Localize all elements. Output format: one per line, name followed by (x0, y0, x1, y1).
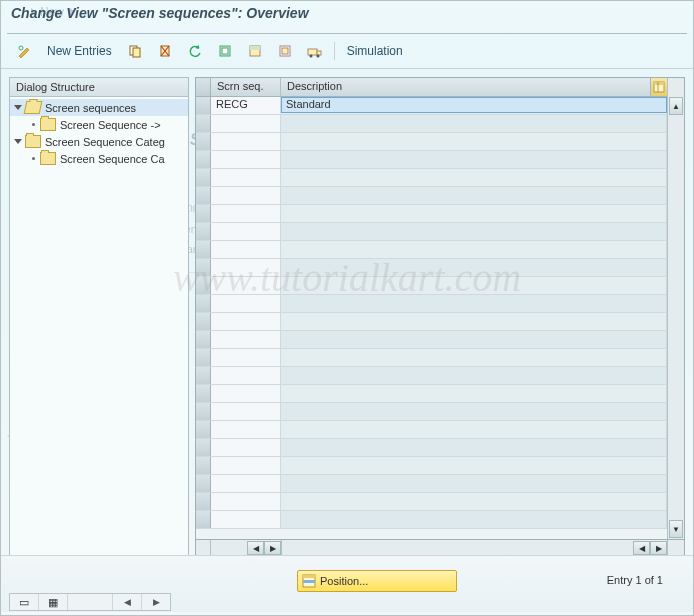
row-selector[interactable] (196, 187, 211, 204)
svg-rect-2 (133, 48, 140, 57)
row-selector[interactable] (196, 205, 211, 222)
table-row-empty[interactable] (196, 223, 667, 241)
deselect-all-icon (278, 44, 292, 58)
table-row-empty[interactable] (196, 493, 667, 511)
entry-count-text: Entry 1 of 1 (607, 574, 663, 586)
table-row-empty[interactable] (196, 439, 667, 457)
tree-node-label: Screen Sequence Categ (45, 136, 165, 148)
grid-panel: Scrn seq. Description RECG Standard (195, 77, 685, 557)
table-row-empty[interactable] (196, 511, 667, 529)
scroll-down-button[interactable]: ▼ (669, 520, 683, 538)
row-selector[interactable] (196, 169, 211, 186)
select-block-icon (248, 44, 262, 58)
row-selector[interactable] (196, 115, 211, 132)
row-selector[interactable] (196, 277, 211, 294)
select-block-button[interactable] (242, 40, 268, 62)
table-row-empty[interactable] (196, 241, 667, 259)
table-row-empty[interactable] (196, 187, 667, 205)
table-row-empty[interactable] (196, 205, 667, 223)
cell-scrn-seq[interactable]: RECG (211, 97, 281, 114)
grid-header-description[interactable]: Description (281, 78, 667, 96)
tree-node-screen-sequence-cat-child[interactable]: Screen Sequence Ca (10, 150, 188, 167)
toggle-display-change-button[interactable] (11, 40, 37, 62)
row-selector[interactable] (196, 385, 211, 402)
delete-button[interactable] (152, 40, 178, 62)
scroll-right-button[interactable]: ▶ (650, 541, 667, 555)
svg-point-13 (316, 55, 319, 58)
delete-icon (158, 44, 172, 58)
row-selector[interactable] (196, 331, 211, 348)
table-row-empty[interactable] (196, 349, 667, 367)
folder-closed-icon (25, 135, 41, 148)
row-selector[interactable] (196, 367, 211, 384)
scroll-col-left-button[interactable]: ◀ (247, 541, 264, 555)
table-row-empty[interactable] (196, 385, 667, 403)
transport-icon (307, 44, 323, 58)
grid-select-all-header[interactable] (196, 78, 211, 96)
table-row-empty[interactable] (196, 295, 667, 313)
table-row-empty[interactable] (196, 115, 667, 133)
view-tab-1[interactable]: ▭ (19, 596, 29, 609)
grid-header-scrn-seq[interactable]: Scrn seq. (211, 78, 281, 96)
table-settings-button[interactable] (650, 78, 667, 97)
select-all-button[interactable] (212, 40, 238, 62)
undo-icon (188, 44, 202, 58)
table-row-empty[interactable] (196, 133, 667, 151)
folder-closed-icon (40, 152, 56, 165)
scroll-left-button[interactable]: ◀ (633, 541, 650, 555)
next-button[interactable]: ▶ (153, 597, 160, 607)
view-tab-2[interactable]: ▦ (48, 596, 58, 609)
tree-node-screen-sequences[interactable]: Screen sequences (10, 99, 188, 116)
scroll-col-right-button[interactable]: ▶ (264, 541, 281, 555)
deselect-all-button[interactable] (272, 40, 298, 62)
tree-node-label: Screen sequences (45, 102, 136, 114)
row-selector[interactable] (196, 493, 211, 510)
cell-description[interactable]: Standard (281, 97, 667, 113)
new-entries-button[interactable]: New Entries (41, 44, 118, 58)
row-selector[interactable] (196, 151, 211, 168)
table-row-empty[interactable] (196, 151, 667, 169)
scroll-track[interactable] (668, 116, 684, 519)
row-selector[interactable] (196, 457, 211, 474)
table-row-empty[interactable] (196, 331, 667, 349)
tree-node-screen-sequence-arrow[interactable]: Screen Sequence -> (10, 116, 188, 133)
row-selector[interactable] (196, 403, 211, 420)
row-selector[interactable] (196, 97, 211, 114)
table-row-empty[interactable] (196, 475, 667, 493)
row-selector[interactable] (196, 475, 211, 492)
row-selector[interactable] (196, 295, 211, 312)
table-row-empty[interactable] (196, 169, 667, 187)
transport-button[interactable] (302, 40, 328, 62)
table-row-empty[interactable] (196, 457, 667, 475)
select-all-icon (218, 44, 232, 58)
table-row-empty[interactable] (196, 313, 667, 331)
table-row[interactable]: RECG Standard (196, 97, 667, 115)
tree-node-screen-sequence-categ[interactable]: Screen Sequence Categ (10, 133, 188, 150)
table-row-empty[interactable] (196, 259, 667, 277)
position-button[interactable]: Position... (297, 570, 457, 592)
prev-button[interactable]: ◀ (124, 597, 131, 607)
position-button-label: Position... (320, 575, 368, 587)
simulation-button[interactable]: Simulation (341, 44, 409, 58)
row-selector[interactable] (196, 313, 211, 330)
row-selector[interactable] (196, 133, 211, 150)
expand-collapse-icon[interactable] (14, 139, 22, 144)
table-row-empty[interactable] (196, 403, 667, 421)
table-row-empty[interactable] (196, 277, 667, 295)
dialog-structure-panel: Dialog Structure Screen sequences Screen… (9, 77, 189, 557)
row-selector[interactable] (196, 511, 211, 528)
scroll-up-button[interactable]: ▲ (669, 97, 683, 115)
table-row-empty[interactable] (196, 367, 667, 385)
row-selector[interactable] (196, 241, 211, 258)
tree-node-label: Screen Sequence -> (60, 119, 161, 131)
row-selector[interactable] (196, 223, 211, 240)
grid-vertical-scrollbar[interactable]: ▲ ▼ (667, 78, 684, 539)
row-selector[interactable] (196, 259, 211, 276)
expand-collapse-icon[interactable] (14, 105, 22, 110)
copy-as-button[interactable] (122, 40, 148, 62)
row-selector[interactable] (196, 439, 211, 456)
undo-button[interactable] (182, 40, 208, 62)
table-row-empty[interactable] (196, 421, 667, 439)
row-selector[interactable] (196, 349, 211, 366)
row-selector[interactable] (196, 421, 211, 438)
